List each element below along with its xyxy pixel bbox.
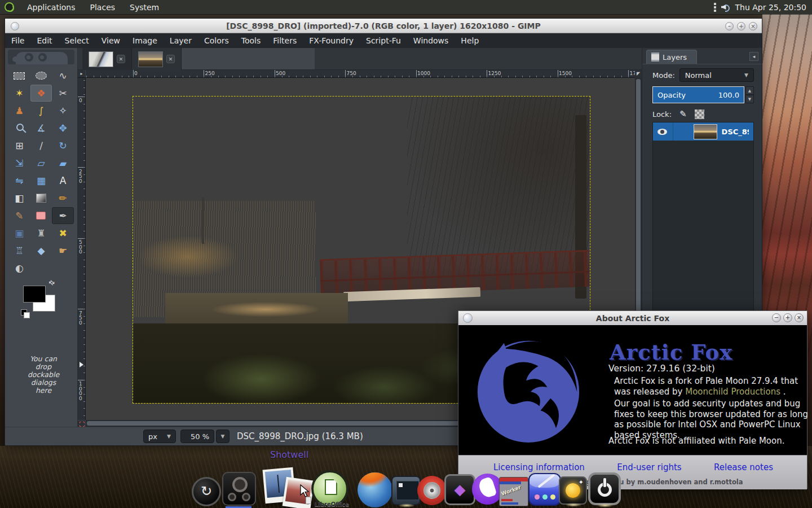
mode-dropdown[interactable]: Normal ▼ — [679, 68, 754, 82]
tool-perspective[interactable]: ▰ — [52, 155, 74, 172]
tool-crop[interactable]: ∕ — [30, 137, 52, 154]
tool-bucket-fill[interactable]: ◧ — [8, 190, 30, 207]
gimp-menu-script-fu[interactable]: Script-Fu — [360, 33, 407, 48]
tool-gradient[interactable] — [30, 190, 52, 207]
quick-mask-button[interactable] — [78, 420, 86, 427]
layer-row[interactable]: DSC_8998_ — [653, 122, 753, 141]
dock-libreoffice[interactable]: LibreOffice — [311, 470, 348, 507]
tool-dodge-burn[interactable]: ◐ — [8, 260, 30, 277]
tool-ink[interactable]: ▣ — [8, 225, 30, 242]
tool-foreground-select[interactable]: ♟ — [8, 102, 30, 119]
tool-blur-sharpen[interactable]: ◆ — [30, 242, 52, 259]
dock-disc-burner[interactable] — [417, 476, 447, 505]
moonchild-link[interactable]: Moonchild Productions — [685, 387, 780, 397]
tool-text[interactable]: A — [52, 172, 74, 189]
tool-clone[interactable]: ♜ — [30, 225, 52, 242]
panel-menu-applications[interactable]: Applications — [20, 0, 83, 14]
dialog-maximize-button[interactable]: + — [783, 313, 792, 322]
volume-icon[interactable] — [721, 3, 730, 11]
dock-arctic-fox[interactable] — [358, 472, 392, 507]
tool-rotate[interactable]: ↻ — [52, 137, 74, 154]
gimp-menu-help[interactable]: Help — [454, 33, 485, 48]
panel-menu-arrow-icon[interactable]: ◂ — [749, 52, 758, 61]
close-button[interactable]: × — [749, 22, 757, 30]
gimp-menu-edit[interactable]: Edit — [30, 33, 58, 48]
gimp-titlebar[interactable]: [DSC_8998_DRO] (imported)-7.0 (RGB color… — [5, 19, 762, 33]
dock-weather-settings[interactable]: ✦ — [559, 476, 587, 505]
dock-inkscape[interactable]: ◆ — [444, 474, 475, 505]
minimize-button[interactable]: – — [725, 22, 734, 30]
tool-color-picker[interactable]: ✧ — [52, 102, 74, 119]
zoom-field[interactable]: 50 % — [180, 430, 214, 443]
tool-scissors-select[interactable]: ✂ — [52, 85, 74, 102]
opacity-slider[interactable]: Opacity 100.0 — [652, 86, 744, 103]
opacity-spin-down[interactable]: ▼ — [745, 95, 754, 103]
gimp-menu-file[interactable]: File — [5, 33, 30, 48]
gimp-menu-select[interactable]: Select — [59, 33, 95, 48]
dock-volume-control[interactable] — [222, 472, 256, 506]
distro-logo-icon[interactable] — [5, 2, 14, 12]
tool-paths[interactable]: ∫ — [30, 102, 52, 119]
tool-heal[interactable]: ✖ — [52, 225, 74, 242]
indicator-grip-icon[interactable] — [714, 3, 716, 12]
image-tab-1[interactable]: ✕ — [82, 48, 132, 70]
foreground-color-swatch[interactable] — [23, 286, 46, 303]
image-tab-2-close-icon[interactable]: ✕ — [166, 55, 175, 63]
tool-cage-transform[interactable]: ▦ — [30, 172, 52, 189]
gimp-menu-fx-foundry[interactable]: FX-Foundry — [303, 33, 360, 48]
tool-paintbrush[interactable]: ✎ — [8, 207, 30, 224]
tool-measure[interactable]: ∡ — [30, 120, 52, 137]
gimp-menu-layer[interactable]: Layer — [164, 33, 198, 48]
gimp-menu-view[interactable]: View — [95, 33, 126, 48]
tool-shear[interactable]: ▱ — [30, 155, 52, 172]
canvas-top-right-button[interactable]: ◤ — [635, 70, 642, 78]
ruler-corner-button[interactable]: ▸ — [78, 70, 86, 78]
dock-worker[interactable]: Worker — [499, 477, 528, 506]
tool-select-by-color[interactable]: ❖ — [30, 85, 52, 102]
dock-paint[interactable] — [528, 473, 561, 506]
lock-pixels-icon[interactable]: ✎ — [679, 109, 687, 119]
image-tab-2[interactable]: ✕ — [132, 48, 182, 70]
maximize-button[interactable]: + — [737, 22, 745, 30]
unit-dropdown[interactable]: px ▼ — [143, 430, 176, 443]
tool-align[interactable]: ⊞ — [8, 137, 30, 154]
swap-colors-icon[interactable]: ⇅ — [47, 278, 57, 287]
layers-tab[interactable]: Layers — [646, 50, 697, 64]
dock-software-updater[interactable]: ↻ — [192, 477, 221, 506]
panel-menu-system[interactable]: System — [122, 0, 166, 14]
tool-airbrush[interactable]: ✒ — [52, 207, 74, 224]
tool-move[interactable]: ✥ — [52, 120, 74, 137]
tool-smudge[interactable]: ☛ — [52, 242, 74, 259]
tool-fuzzy-select[interactable]: ✶ — [8, 85, 30, 102]
zoom-dropdown-button[interactable]: ▼ — [216, 430, 230, 443]
clock[interactable]: Thu Apr 25, 20:50 — [735, 3, 806, 12]
dialog-close-button[interactable]: × — [795, 313, 804, 322]
gimp-menu-tools[interactable]: Tools — [235, 33, 267, 48]
tool-ellipse-select[interactable] — [30, 67, 52, 84]
default-colors-icon[interactable] — [21, 309, 29, 317]
dock-firefox[interactable] — [472, 474, 503, 505]
dock-shutdown[interactable] — [588, 472, 621, 505]
tool-perspective-clone[interactable]: ♖ — [8, 242, 30, 259]
tool-flip[interactable]: ⇋ — [8, 172, 30, 189]
gimp-menu-colors[interactable]: Colors — [198, 33, 235, 48]
tool-zoom[interactable] — [8, 120, 30, 137]
tool-rectangle-select[interactable] — [8, 67, 30, 84]
dialog-minimize-button[interactable]: − — [772, 313, 781, 322]
panel-menu-places[interactable]: Places — [83, 0, 123, 14]
tool-scale[interactable]: ⇲ — [8, 155, 30, 172]
tool-eraser[interactable] — [30, 207, 52, 224]
gimp-menu-image[interactable]: Image — [126, 33, 164, 48]
gimp-menu-filters[interactable]: Filters — [267, 33, 303, 48]
dock-terminal[interactable] — [391, 476, 421, 505]
image-tab-1-close-icon[interactable]: ✕ — [117, 55, 125, 63]
lock-alpha-icon[interactable] — [695, 110, 704, 119]
gimp-menu-windows[interactable]: Windows — [407, 33, 455, 48]
tool-pencil[interactable]: ✏ — [52, 190, 74, 207]
hruler-label: 1250 — [488, 71, 501, 76]
wilber-drop-area[interactable] — [8, 50, 74, 64]
tool-free-select[interactable]: ∿ — [52, 67, 74, 84]
visibility-eye-icon[interactable] — [657, 129, 667, 135]
opacity-spin-up[interactable]: ▲ — [745, 86, 754, 95]
dialog-titlebar[interactable]: About Arctic Fox − + × — [458, 311, 807, 325]
